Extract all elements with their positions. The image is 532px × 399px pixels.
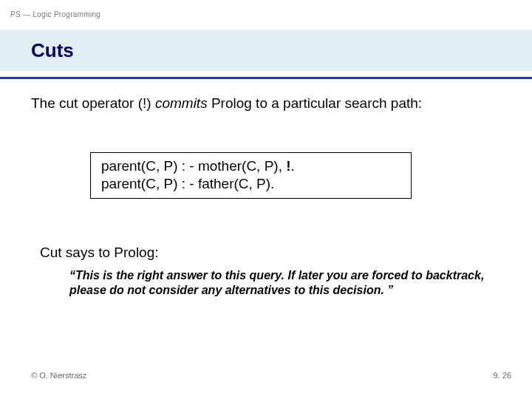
page-title: Cuts (0, 39, 74, 62)
slide-body: The cut operator (!) commits Prolog to a… (31, 95, 501, 298)
lead-text: The cut operator (!) commits Prolog to a… (31, 95, 501, 112)
slide: PS — Logic Programming Cuts The cut oper… (0, 0, 532, 399)
code-line-1-pre: parent(C, P) : - mother(C, P), (101, 158, 286, 174)
lead-post: Prolog to a particular search path: (208, 95, 422, 111)
cut-quote: “This is the right answer to this query.… (31, 268, 501, 298)
code-line-1-post: . (291, 158, 295, 174)
lead-pre: The cut operator (!) (31, 95, 155, 111)
title-band: Cuts (0, 30, 532, 71)
breadcrumb: PS — Logic Programming (10, 10, 100, 18)
lead-commits: commits (155, 95, 208, 111)
cut-says-label: Cut says to Prolog: (31, 245, 501, 261)
footer-page-number: 9. 26 (494, 371, 511, 380)
code-line-1: parent(C, P) : - mother(C, P), !. (101, 157, 400, 175)
code-box: parent(C, P) : - mother(C, P), !. parent… (90, 152, 412, 200)
code-line-2: parent(C, P) : - father(C, P). (101, 175, 400, 193)
footer-copyright: © O. Nierstrasz (31, 371, 86, 380)
title-underline (0, 77, 532, 79)
